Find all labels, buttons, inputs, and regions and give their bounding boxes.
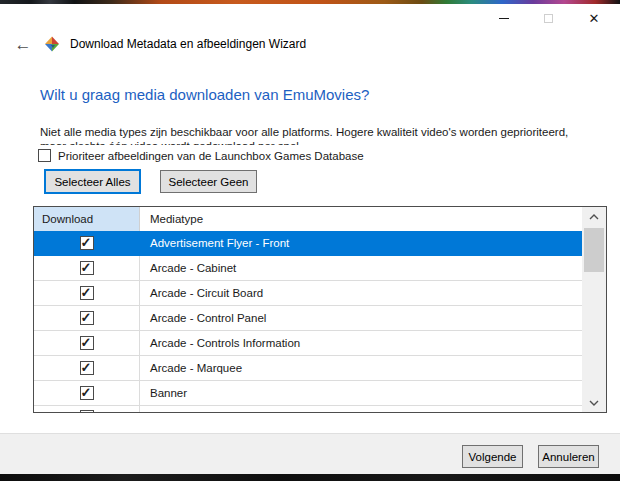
cancel-button[interactable]: Annuleren bbox=[538, 445, 599, 468]
scrollbar-thumb[interactable] bbox=[584, 228, 604, 272]
mediatype-cell: Advertisement Flyer - Front bbox=[140, 231, 582, 255]
back-button[interactable]: ← bbox=[10, 33, 36, 57]
row-checkbox[interactable] bbox=[80, 261, 94, 275]
download-cell bbox=[34, 381, 140, 405]
footer-bar: Volgende Annuleren bbox=[0, 433, 620, 474]
maximize-icon bbox=[544, 14, 553, 23]
table-row[interactable]: Arcade - Marquee bbox=[34, 356, 582, 381]
wizard-title: Download Metadata en afbeeldingen Wizard bbox=[70, 37, 306, 51]
download-cell bbox=[34, 256, 140, 280]
table-rows: Advertisement Flyer - Front Arcade - Cab… bbox=[34, 231, 582, 412]
prioritize-checkbox[interactable] bbox=[38, 149, 51, 162]
prioritize-option[interactable]: Prioriteer afbeeldingen van de Launchbox… bbox=[38, 148, 364, 163]
mediatype-cell: Arcade - Control Panel bbox=[140, 306, 582, 330]
back-arrow-icon: ← bbox=[15, 35, 32, 55]
prioritize-label: Prioriteer afbeeldingen van de Launchbox… bbox=[58, 150, 364, 162]
maximize-button bbox=[529, 4, 567, 32]
title-bar: ✕ bbox=[0, 4, 620, 32]
description-line-2: maar slechts één video wordt gedownload … bbox=[40, 139, 600, 145]
table-row[interactable]: Arcade - Circuit Board bbox=[34, 281, 582, 306]
close-icon: ✕ bbox=[589, 12, 600, 25]
table-scrollbar[interactable] bbox=[582, 207, 606, 412]
scroll-down-button[interactable] bbox=[582, 393, 606, 412]
launchbox-download-icon bbox=[44, 36, 60, 52]
mediatype-cell: Arcade - Marquee bbox=[140, 356, 582, 380]
row-checkbox[interactable] bbox=[80, 236, 94, 250]
table-header: Download Mediatype bbox=[34, 207, 582, 231]
row-checkbox[interactable] bbox=[80, 410, 94, 412]
next-button[interactable]: Volgende bbox=[462, 445, 523, 468]
description-line-1: Niet alle media types zijn beschikbaar v… bbox=[40, 125, 600, 139]
row-checkbox[interactable] bbox=[80, 286, 94, 300]
table-row[interactable]: Advertisement Flyer - Front bbox=[34, 231, 582, 256]
column-header-mediatype[interactable]: Mediatype bbox=[140, 207, 582, 231]
mediatype-cell: Arcade - Controls Information bbox=[140, 331, 582, 355]
table-row[interactable]: Arcade - Control Panel bbox=[34, 306, 582, 331]
select-all-button[interactable]: Selecteer Alles bbox=[44, 169, 141, 194]
mediatype-cell bbox=[140, 406, 582, 412]
minimize-icon bbox=[499, 18, 509, 19]
description-text: Niet alle media types zijn beschikbaar v… bbox=[40, 125, 600, 145]
download-cell bbox=[34, 406, 140, 412]
mediatype-table: Download Mediatype Advertisement Flyer -… bbox=[33, 206, 607, 413]
minimize-button[interactable] bbox=[485, 4, 523, 32]
close-button[interactable]: ✕ bbox=[575, 4, 613, 32]
background-desktop-sliver bbox=[0, 474, 620, 481]
chevron-down-icon bbox=[589, 400, 599, 406]
table-row[interactable]: Banner bbox=[34, 381, 582, 406]
download-cell bbox=[34, 231, 140, 255]
row-checkbox[interactable] bbox=[80, 311, 94, 325]
download-cell bbox=[34, 281, 140, 305]
table-row[interactable]: Arcade - Cabinet bbox=[34, 256, 582, 281]
mediatype-cell: Arcade - Circuit Board bbox=[140, 281, 582, 305]
mediatype-cell: Arcade - Cabinet bbox=[140, 256, 582, 280]
select-none-button[interactable]: Selecteer Geen bbox=[160, 170, 257, 193]
download-cell bbox=[34, 356, 140, 380]
column-header-download[interactable]: Download bbox=[34, 207, 140, 231]
download-cell bbox=[34, 306, 140, 330]
download-cell bbox=[34, 331, 140, 355]
row-checkbox[interactable] bbox=[80, 336, 94, 350]
table-row[interactable]: Arcade - Controls Information bbox=[34, 331, 582, 356]
page-heading: Wilt u graag media downloaden van EmuMov… bbox=[40, 86, 369, 103]
row-checkbox[interactable] bbox=[80, 386, 94, 400]
chevron-up-icon bbox=[589, 214, 599, 220]
table-row-partial[interactable] bbox=[34, 406, 582, 412]
scroll-up-button[interactable] bbox=[582, 207, 606, 226]
row-checkbox[interactable] bbox=[80, 361, 94, 375]
wizard-dialog: ✕ ← Download Metadata en afbeeldingen Wi… bbox=[0, 0, 620, 481]
wizard-nav-header: ← Download Metadata en afbeeldingen Wiza… bbox=[0, 32, 620, 58]
mediatype-cell: Banner bbox=[140, 381, 582, 405]
